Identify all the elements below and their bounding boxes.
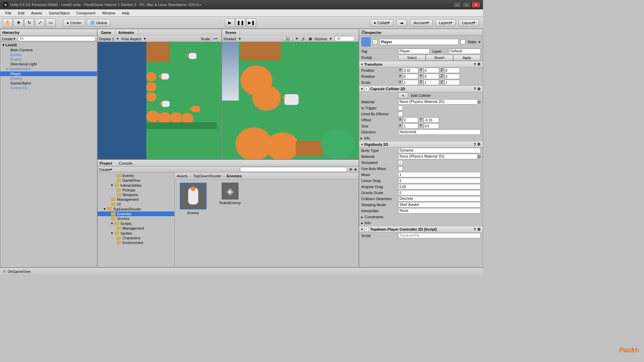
gear-icon[interactable]: ⚙ xyxy=(477,62,481,66)
layer-dropdown[interactable]: Default xyxy=(449,49,481,54)
step-button[interactable]: ▶❚ xyxy=(246,18,256,27)
interp-dropdown[interactable]: None xyxy=(398,208,481,214)
picker-icon[interactable]: ⊙ xyxy=(478,155,481,159)
layout-button[interactable]: Layout ▾ xyxy=(459,19,479,26)
pivot-toggle[interactable]: ● Center xyxy=(63,19,85,26)
folder-item[interactable]: Environment xyxy=(98,240,174,245)
console-tab[interactable]: Console xyxy=(119,161,132,165)
effector-checkbox[interactable] xyxy=(398,112,403,116)
rot-y[interactable] xyxy=(424,74,439,79)
size-x[interactable] xyxy=(403,123,418,129)
scale-tool-button[interactable]: ⤢ xyxy=(35,18,45,27)
hierarchy-root[interactable]: Level1 xyxy=(0,43,97,48)
folder-tree[interactable]: Events GameFlow ▾Interactables Pickups W… xyxy=(98,173,175,267)
asset-thumb[interactable]: ◈ xyxy=(222,183,238,199)
picker-icon[interactable]: ⊙ xyxy=(478,100,481,104)
hierarchy-item[interactable]: Main Camera xyxy=(0,48,97,52)
hierarchy-item[interactable]: Enemy xyxy=(0,76,97,81)
minimize-button[interactable]: — xyxy=(453,2,462,8)
script-field[interactable]: TopdownPla xyxy=(398,233,481,238)
offset-y[interactable] xyxy=(424,117,439,123)
rigidbody-header[interactable]: Rigidbody 2D?⚙ xyxy=(359,141,483,147)
folder-item[interactable]: Scenes xyxy=(98,216,174,221)
hierarchy-create[interactable]: Create xyxy=(2,37,13,41)
direction-dropdown[interactable]: Horizontal xyxy=(398,129,481,135)
hierarchy-item[interactable]: Directional Light xyxy=(0,62,97,66)
hierarchy-item[interactable]: Enemy (1) xyxy=(0,85,97,90)
size-y[interactable] xyxy=(424,123,439,129)
transform-header[interactable]: Transform?⚙ xyxy=(359,61,483,67)
folder-item[interactable]: Weapons xyxy=(98,192,174,197)
folder-item-selected[interactable]: Enemies xyxy=(98,212,174,216)
hierarchy-item[interactable]: GameObject xyxy=(0,81,97,85)
folder-item[interactable]: Management xyxy=(98,226,174,231)
scale-slider[interactable]: ○━ xyxy=(213,37,217,41)
collab-button[interactable]: ● Collab ▾ xyxy=(370,19,393,26)
hierarchy-item[interactable]: ▸ Environment xyxy=(0,66,97,71)
folder-item[interactable]: Characters xyxy=(98,236,174,240)
gear-icon[interactable]: ⚙ xyxy=(477,142,481,146)
is-trigger-checkbox[interactable] xyxy=(398,106,403,110)
pos-y[interactable] xyxy=(424,68,439,73)
offset-x[interactable] xyxy=(403,117,418,123)
simulated-checkbox[interactable]: ✓ xyxy=(398,160,403,165)
game-tab[interactable]: Game xyxy=(98,30,115,35)
space-toggle[interactable]: 🌐 Global xyxy=(87,19,111,26)
script-header[interactable]: ✓Topdown Player Controller 2D (Script)?⚙ xyxy=(359,226,483,233)
menu-help[interactable]: Help xyxy=(118,10,133,16)
auto-mass-checkbox[interactable] xyxy=(398,166,403,171)
favorite-icon[interactable]: ★ xyxy=(354,167,357,172)
body-type-dropdown[interactable]: Dynamic xyxy=(398,148,481,153)
hierarchy-list[interactable]: Level1 Main Camera Enemy Enemy Direction… xyxy=(0,42,97,267)
project-search[interactable] xyxy=(240,167,347,172)
project-create[interactable]: Create xyxy=(99,168,110,172)
move-tool-button[interactable]: ✥ xyxy=(13,18,23,27)
angular-drag-field[interactable] xyxy=(398,184,481,189)
prefab-apply-button[interactable]: Apply xyxy=(453,55,481,61)
close-button[interactable]: ✕ xyxy=(472,2,480,8)
pause-button[interactable]: ❚❚ xyxy=(235,18,246,27)
project-tab[interactable]: Project xyxy=(100,161,112,165)
asset-item[interactable]: Enemy xyxy=(178,183,208,215)
pos-z[interactable] xyxy=(444,68,460,73)
menu-assets[interactable]: Assets xyxy=(28,10,46,16)
hand-tool-button[interactable]: ✋ xyxy=(3,18,13,27)
error-icon[interactable]: ⊘ xyxy=(3,269,6,274)
menu-file[interactable]: File xyxy=(2,10,15,16)
scene-viewport[interactable] xyxy=(222,42,359,159)
folder-item[interactable]: Management xyxy=(98,197,174,202)
scl-z[interactable] xyxy=(444,80,460,85)
breadcrumb-item[interactable]: TopDownShooter xyxy=(193,174,221,178)
asset-thumb[interactable] xyxy=(180,183,207,209)
folder-item[interactable]: Events xyxy=(98,173,174,178)
breadcrumb-item[interactable]: Enemies xyxy=(227,174,242,178)
account-button[interactable]: Account ▾ xyxy=(410,19,433,26)
gear-icon[interactable]: ⚙ xyxy=(477,227,481,232)
menu-gameobject[interactable]: GameObject xyxy=(46,10,73,16)
audio-toggle-icon[interactable]: 🔊 xyxy=(301,37,306,41)
asset-item[interactable]: ◈ RobotEnemy xyxy=(215,183,245,205)
scl-x[interactable] xyxy=(403,80,418,85)
help-icon[interactable]: ? xyxy=(474,62,476,66)
sleep-dropdown[interactable]: Start Awake xyxy=(398,202,481,207)
mass-field[interactable] xyxy=(398,172,481,177)
rotate-tool-button[interactable]: ↻ xyxy=(24,18,34,27)
animator-tab[interactable]: Animator xyxy=(115,30,138,35)
prefab-select-button[interactable]: Select xyxy=(398,55,426,61)
gravity-field[interactable] xyxy=(398,190,481,195)
aspect-dropdown[interactable]: Free Aspect xyxy=(121,37,141,41)
capsule-header[interactable]: ✓Capsule Collider 2D?⚙ xyxy=(359,85,483,92)
menu-edit[interactable]: Edit xyxy=(15,10,28,16)
gizmos-dropdown[interactable]: Gizmos xyxy=(315,37,327,41)
rb-material[interactable]: None (Physics Material 2D) xyxy=(398,154,478,159)
help-icon[interactable]: ? xyxy=(474,87,476,91)
folder-item[interactable]: ▾TopDownShooter xyxy=(98,206,174,212)
collision-dropdown[interactable]: Discrete xyxy=(398,196,481,201)
layers-button[interactable]: Layers ▾ xyxy=(435,19,456,26)
play-button[interactable]: ▶ xyxy=(225,18,235,27)
display-dropdown[interactable]: Display 1 xyxy=(99,37,114,41)
rot-x[interactable] xyxy=(403,74,418,79)
object-name-field[interactable] xyxy=(379,39,459,45)
folder-item[interactable]: ▾Sprites xyxy=(98,231,174,236)
fx-toggle-icon[interactable]: ▦ xyxy=(309,37,312,41)
